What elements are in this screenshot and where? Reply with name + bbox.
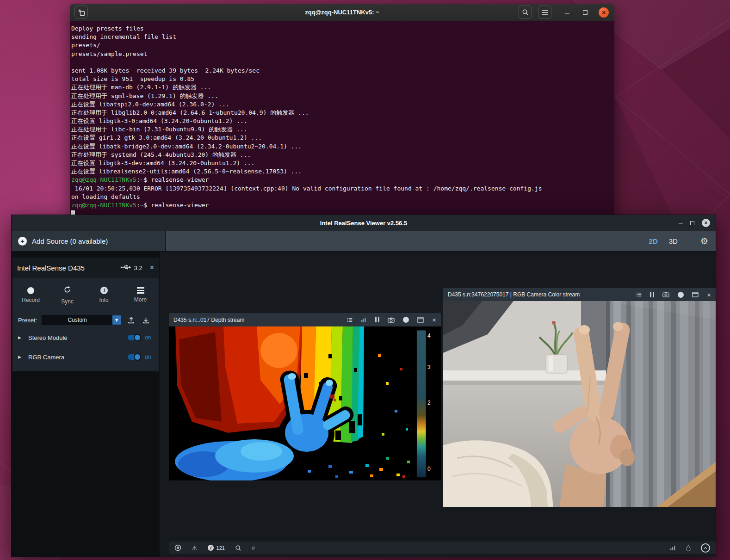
viewer-title: Intel RealSense Viewer v2.56.5: [320, 220, 407, 227]
maximize-button[interactable]: [578, 4, 592, 21]
stereo-module-row: ▶ Stereo Module on: [12, 328, 159, 347]
desktop: zqq@zqq-NUC11TNKv5: ~ – ×: [0, 0, 730, 560]
toolbar-separator: [689, 236, 689, 246]
depth-stream-title: D435 s.n:..017 Depth stream: [173, 317, 244, 323]
viewer-minimize-button[interactable]: –: [679, 219, 683, 227]
pause-icon[interactable]: [650, 292, 654, 297]
device-actions: Record Sync i Info: [12, 278, 159, 312]
close-button[interactable]: ×: [599, 7, 609, 18]
upload-preset-button[interactable]: [126, 315, 136, 325]
rgb-stream-view[interactable]: [443, 301, 716, 507]
sync-button[interactable]: Sync: [49, 278, 86, 312]
rgb-stream-title: D435 s.n:347622075017 | RGB Camera Color…: [448, 291, 580, 298]
toggle-state: on: [145, 334, 153, 341]
info-count: 121: [217, 545, 225, 551]
terminal-line: 正在处理用于 libc-bin (2.31-0ubuntu9.9) 的触发器 .…: [71, 125, 614, 134]
close-icon: ×: [704, 220, 707, 226]
depth-image: [169, 326, 441, 480]
terminal-line: 正在处理用于 libglib2.0-0:amd64 (2.64.6-1~ubun…: [71, 109, 614, 117]
preset-row: Preset: Custom ▼: [12, 312, 159, 328]
terminal-line: zqq@zqq-NUC11TNKv5:~$ realsense-viewer: [71, 201, 614, 209]
snapshot-camera-icon[interactable]: [662, 292, 669, 297]
viewer-maximize-button[interactable]: [690, 219, 694, 227]
terminal-titlebar[interactable]: zqq@zqq-NUC11TNKv5: ~ – ×: [70, 4, 614, 22]
close-stream-icon[interactable]: ×: [707, 291, 711, 298]
window-icon[interactable]: [417, 317, 424, 323]
pause-icon[interactable]: [375, 317, 379, 322]
terminal-line: 正在设置 libgtk-3-0:amd64 (3.24.20-0ubuntu1.…: [71, 117, 614, 125]
viewer-window-controls: – ×: [679, 215, 710, 231]
terminal-line: sent 1.08K bytes received 39 bytes 2.24K…: [71, 67, 614, 75]
window-icon[interactable]: [692, 292, 699, 297]
close-stream-icon[interactable]: ×: [432, 316, 436, 323]
rgb-image: [443, 301, 716, 507]
plus-icon: +: [18, 237, 27, 246]
collapse-panel-button[interactable]: [701, 543, 710, 553]
add-source-button[interactable]: + Add Source (0 available): [12, 231, 166, 251]
dismiss-errors-icon[interactable]: [174, 544, 181, 551]
info-icon[interactable]: i: [678, 292, 684, 298]
new-tab-icon: [78, 9, 85, 16]
close-icon: ×: [602, 9, 606, 16]
terminal-line: 正在设置 librealsense2-utils:amd64 (2.56.5-0…: [71, 167, 614, 176]
tab-3d[interactable]: 3D: [669, 237, 678, 245]
rgb-stream-header: D435 s.n:347622075017 | RGB Camera Color…: [443, 288, 716, 301]
viewer-toolbar: + Add Source (0 available) 2D 3D ⚙: [12, 231, 716, 252]
hamburger-icon: [542, 10, 548, 15]
search-button[interactable]: [519, 6, 532, 19]
usb-icon: [120, 264, 131, 272]
depth-stream-view[interactable]: 4 3 2 0: [169, 326, 441, 480]
device-panel-header: Intel RealSense D435 3.2 ×: [12, 258, 159, 278]
sync-icon: [63, 286, 71, 295]
toggle-knob: [134, 334, 141, 341]
device-close-button[interactable]: ×: [150, 264, 154, 271]
menu-button[interactable]: [538, 6, 551, 19]
record-icon: [27, 287, 34, 294]
sync-label: Sync: [61, 298, 74, 305]
minimize-button[interactable]: –: [560, 4, 574, 21]
terminal-window: zqq@zqq-NUC11TNKv5: ~ – ×: [70, 4, 614, 215]
download-preset-button[interactable]: [141, 315, 151, 325]
module-label: Stereo Module: [28, 334, 68, 341]
info-count-group[interactable]: i 121: [208, 545, 225, 551]
device-panel: Intel RealSense D435 3.2 ×: [12, 258, 159, 371]
warning-icon[interactable]: ⚠: [192, 545, 198, 551]
realsense-viewer-window: Intel RealSense Viewer v2.56.5 – × + Add…: [11, 215, 716, 557]
terminal-line: presets/: [71, 41, 614, 49]
new-tab-button[interactable]: [74, 6, 88, 19]
expand-arrow-icon[interactable]: ▶: [18, 335, 25, 340]
terminal-title: zqq@zqq-NUC11TNKv5: ~: [70, 4, 614, 21]
terminal-output[interactable]: Deploy presets filessending incremental …: [70, 21, 614, 215]
view-mode-tabs: 2D 3D ⚙: [649, 231, 716, 251]
more-button[interactable]: More: [122, 278, 159, 312]
search-icon: [522, 9, 529, 16]
settings-gear-icon[interactable]: ⚙: [700, 237, 708, 246]
terminal-line: 正在设置 libgtk-3-dev:amd64 (3.24.20-0ubuntu…: [71, 159, 614, 167]
terminal-line: [71, 58, 614, 67]
device-name: Intel RealSense D435: [17, 264, 85, 272]
viewer-titlebar[interactable]: Intel RealSense Viewer v2.56.5 – ×: [12, 215, 716, 231]
tab-2d[interactable]: 2D: [649, 237, 658, 245]
record-button[interactable]: Record: [12, 278, 49, 312]
depth-colorbar: [417, 330, 426, 477]
rgb-camera-toggle[interactable]: [128, 354, 141, 360]
snapshot-camera-icon[interactable]: [388, 317, 395, 323]
preset-dropdown[interactable]: Custom ▼: [42, 315, 121, 325]
info-button[interactable]: i Info: [86, 278, 122, 312]
stream-info-list-icon[interactable]: [636, 292, 642, 297]
histogram-icon[interactable]: [361, 317, 367, 323]
add-source-label: Add Source (0 available): [32, 237, 108, 245]
search-icon[interactable]: [235, 545, 241, 551]
info-icon[interactable]: i: [403, 317, 409, 323]
download-icon: [142, 317, 149, 324]
info-icon: i: [208, 545, 214, 551]
viewer-close-button[interactable]: ×: [702, 219, 710, 227]
viewer-statusbar: ⚠ i 121 #: [169, 542, 716, 554]
usb-version: 3.2: [134, 265, 142, 271]
more-icon: [137, 287, 144, 294]
expand-arrow-icon[interactable]: ▶: [18, 355, 25, 359]
stream-info-list-icon[interactable]: [347, 317, 353, 323]
more-label: More: [134, 296, 147, 303]
terminal-line: presets/sample.preset: [71, 50, 614, 58]
stereo-module-toggle[interactable]: [128, 335, 141, 340]
